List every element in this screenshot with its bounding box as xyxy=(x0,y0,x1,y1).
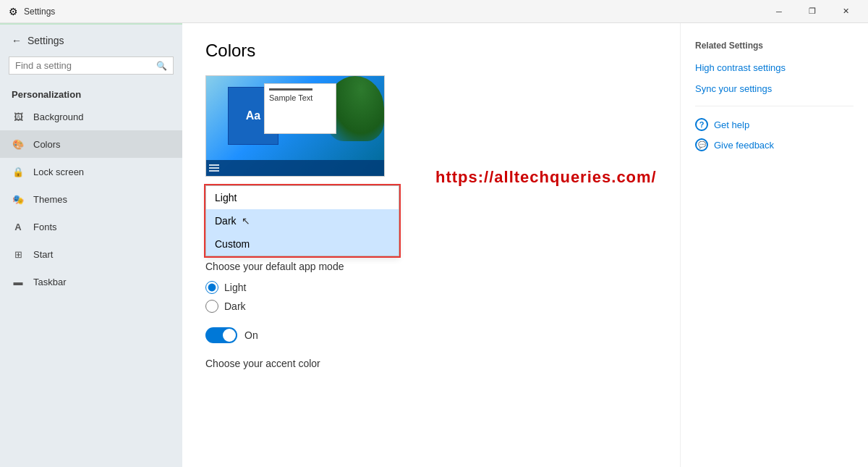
search-input[interactable] xyxy=(15,60,156,71)
sidebar-item-colors-label: Colors xyxy=(33,139,61,150)
back-icon: ← xyxy=(12,35,22,46)
title-bar: ⚙ Settings ─ ❐ ✕ xyxy=(0,0,868,23)
dropdown-option-custom[interactable]: Custom xyxy=(206,232,399,256)
sidebar-item-taskbar[interactable]: ▬ Taskbar xyxy=(0,268,182,295)
search-icon: 🔍 xyxy=(156,61,167,71)
transparency-toggle[interactable] xyxy=(205,327,237,343)
taskbar-line-3 xyxy=(209,170,219,172)
main-content: Colors Aa Sample Text Light xyxy=(182,23,680,467)
sidebar-item-background-label: Background xyxy=(33,112,83,122)
app-mode-light-radio[interactable] xyxy=(205,281,218,294)
divider xyxy=(695,106,854,106)
sidebar-item-lock-screen[interactable]: 🔒 Lock screen xyxy=(0,158,182,185)
toggle-knob xyxy=(223,329,236,342)
sidebar-item-themes-label: Themes xyxy=(33,194,67,205)
related-settings-title: Related Settings xyxy=(695,41,854,51)
sidebar-item-colors[interactable]: 🎨 Colors xyxy=(0,130,182,158)
high-contrast-link[interactable]: High contrast settings xyxy=(695,62,854,73)
sidebar-section-label: Personalization xyxy=(0,83,182,103)
get-help-icon: ? xyxy=(695,118,708,131)
themes-icon: 🎭 xyxy=(12,193,25,206)
give-feedback-icon: 💬 xyxy=(695,138,708,151)
back-label: Settings xyxy=(27,35,64,46)
transparency-row: On xyxy=(205,327,657,343)
sidebar-item-taskbar-label: Taskbar xyxy=(33,277,67,287)
title-bar-title: Settings xyxy=(24,7,55,17)
preview-sample-box: Sample Text xyxy=(264,83,336,134)
app-mode-dark-radio[interactable] xyxy=(205,300,218,313)
sync-settings-link[interactable]: Sync your settings xyxy=(695,83,854,94)
cursor-pointer: ↖ xyxy=(242,215,250,227)
preview-taskbar xyxy=(206,160,384,176)
app-mode-light[interactable]: Light xyxy=(205,281,657,294)
preview-sample-header xyxy=(269,88,312,91)
sidebar-item-fonts[interactable]: A Fonts xyxy=(0,213,182,240)
app-mode-dark-label: Dark xyxy=(224,300,246,312)
maximize-button[interactable]: ❐ xyxy=(796,0,829,23)
preview-taskbar-lines xyxy=(209,164,219,172)
high-contrast-label: High contrast settings xyxy=(695,62,786,73)
app-mode-dark[interactable]: Dark xyxy=(205,300,657,313)
give-feedback-link[interactable]: 💬 Give feedback xyxy=(695,138,854,151)
watermark-text: https://alltechqueries.com/ xyxy=(435,168,657,187)
dropdown-option-dark[interactable]: Dark ↖ xyxy=(206,209,399,232)
sidebar-item-start[interactable]: ⊞ Start xyxy=(0,240,182,268)
lock-icon: 🔒 xyxy=(12,165,25,178)
minimize-button[interactable]: ─ xyxy=(762,0,796,23)
dropdown-option-light[interactable]: Light xyxy=(206,186,399,209)
fonts-icon: A xyxy=(12,220,25,233)
transparency-label: On xyxy=(244,329,258,341)
preview-sample-text: Sample Text xyxy=(269,93,312,102)
theme-preview: Aa Sample Text xyxy=(205,75,385,177)
title-bar-controls: ─ ❐ ✕ xyxy=(762,0,862,23)
start-icon: ⊞ xyxy=(12,248,25,261)
get-help-label: Get help xyxy=(714,119,749,130)
back-button[interactable]: ← Settings xyxy=(0,29,182,52)
taskbar-line-2 xyxy=(209,167,219,169)
sidebar-item-background[interactable]: 🖼 Background xyxy=(0,103,182,130)
app-container: ← Settings 🔍 Personalization 🖼 Backgroun… xyxy=(0,23,868,467)
taskbar-line-1 xyxy=(209,164,219,166)
colors-icon: 🎨 xyxy=(12,138,25,151)
dropdown-menu[interactable]: Light Dark ↖ Custom xyxy=(205,185,399,256)
sidebar-item-start-label: Start xyxy=(33,249,53,260)
page-title: Colors xyxy=(205,41,657,61)
sidebar-item-lock-label: Lock screen xyxy=(33,167,84,177)
get-help-link[interactable]: ? Get help xyxy=(695,118,854,131)
accent-color-title: Choose your accent color xyxy=(205,358,657,369)
sidebar-item-themes[interactable]: 🎭 Themes xyxy=(0,185,182,213)
app-mode-title: Choose your default app mode xyxy=(205,261,657,272)
sync-settings-label: Sync your settings xyxy=(695,83,772,94)
search-box[interactable]: 🔍 xyxy=(9,56,174,75)
give-feedback-label: Give feedback xyxy=(714,140,774,151)
app-mode-light-label: Light xyxy=(224,282,246,293)
background-icon: 🖼 xyxy=(12,110,25,123)
title-bar-left: ⚙ Settings xyxy=(9,6,55,17)
settings-icon: ⚙ xyxy=(9,6,18,17)
sidebar: ← Settings 🔍 Personalization 🖼 Backgroun… xyxy=(0,23,182,467)
close-button[interactable]: ✕ xyxy=(829,0,862,23)
right-sidebar: Related Settings High contrast settings … xyxy=(680,23,868,467)
preview-aa-text: Aa xyxy=(246,109,260,122)
taskbar-icon: ▬ xyxy=(12,275,25,288)
sidebar-item-fonts-label: Fonts xyxy=(33,222,57,232)
app-mode-group: Light Dark xyxy=(205,281,657,313)
transparency-state: On xyxy=(244,329,258,341)
